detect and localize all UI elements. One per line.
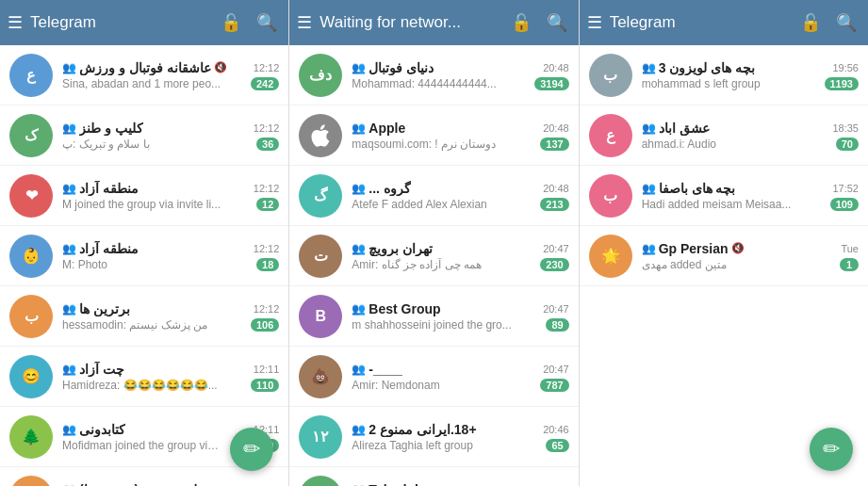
chat-item[interactable]: ک👥کلیپ و طنز12:12با سلام و تبریک :پ36 [0, 105, 288, 166]
chat-item[interactable]: دف👥دنیای فوتبال20:48Mohammad: 4444444444… [289, 45, 578, 105]
chat-preview: m shahhosseini joined the gro... [352, 318, 511, 332]
chat-content: 👥Tabadol20:46farshid joined the group vi… [352, 482, 568, 487]
group-icon: 👥 [62, 363, 76, 376]
unread-badge: 1193 [825, 77, 859, 90]
group-icon: 👥 [62, 242, 76, 255]
chat-preview: Alireza Taghia left group [352, 439, 473, 452]
chat-time: 17:52 [832, 183, 859, 194]
chat-preview: Amir: همه چی آزاده جز گناه [352, 258, 482, 271]
unread-badge: 109 [830, 198, 859, 211]
search-icon[interactable]: 🔍 [543, 8, 571, 37]
group-icon: 👥 [62, 302, 76, 316]
chat-item[interactable]: ❤👥منطقه آزاد12:12M joined the group via … [0, 166, 288, 226]
column-left: ☰Telegram🔓🔍ع👥عاشقانه فوتبال و ورزش🔇12:12… [0, 0, 289, 486]
chat-bottom-row: Sina, abadan and 1 more peo...242 [62, 77, 279, 90]
search-icon[interactable]: 🔍 [832, 8, 860, 37]
menu-icon[interactable]: ☰ [587, 12, 602, 33]
chat-item[interactable]: گ👥گروه ...20:48Atefe F added Alex Alexia… [289, 166, 578, 226]
group-icon: 👥 [352, 363, 366, 376]
chat-item[interactable]: 👥Apple20:48maqsoumi.com: ! دوستان نرم137 [289, 105, 578, 166]
chat-preview: maqsoumi.com: ! دوستان نرم [352, 138, 496, 151]
fab-button[interactable]: ✏ [810, 428, 853, 471]
chat-item[interactable]: ب👥برترین ها12:12hessamodin: من پزشک نیست… [0, 286, 288, 347]
chat-top-row: 👥بچه های باصفا17:52 [642, 181, 859, 196]
chat-bottom-row: Amir: Nemdonam787 [352, 379, 568, 392]
chat-item[interactable]: B👥Best Group20:47m shahhosseini joined t… [289, 286, 578, 347]
menu-icon[interactable]: ☰ [297, 12, 312, 33]
chat-item[interactable]: ١٢👥+18.ایرانی ممنوع 220:46Alireza Taghia… [289, 407, 578, 467]
chat-name: تهران برویچ [368, 241, 433, 256]
chat-time: 20:47 [543, 243, 569, 254]
group-icon: 👥 [62, 61, 76, 74]
chat-time: 18:35 [832, 122, 859, 134]
chat-content: 👥برترین ها12:12hessamodin: من پزشک نیستم… [62, 301, 279, 332]
chat-item[interactable]: ت👥تهران برویچ20:47Amir: همه چی آزاده جز … [289, 226, 578, 286]
chat-preview: hessamodin: من پزشک نیستم [62, 318, 207, 332]
chat-content: 👥دنیای فوتبال20:48Mohammad: 44444444444.… [352, 60, 568, 90]
chat-bottom-row: M: Photo18 [62, 258, 279, 271]
fab-button[interactable]: ✏ [230, 428, 273, 471]
chat-bottom-row: hessamodin: من پزشک نیستم106 [62, 318, 279, 332]
group-icon: 👥 [62, 182, 76, 195]
chat-name: عشق اباد [659, 121, 710, 136]
avatar: ب [589, 54, 632, 97]
chat-list: ب👥بچه های لویزون 319:56mohammad s left g… [580, 45, 868, 486]
menu-icon[interactable]: ☰ [8, 12, 23, 33]
chat-time: 12:12 [254, 303, 280, 315]
chat-name: دنیای فوتبال [368, 60, 434, 75]
mute-icon: 🔇 [214, 61, 227, 73]
chat-bottom-row: m shahhosseini joined the gro...89 [352, 318, 568, 332]
chat-time: 20:47 [543, 303, 569, 315]
chat-preview: Atefe F added Alex Alexian [352, 198, 486, 211]
chat-content: 👥+18.ایرانی ممنوع 220:46Alireza Taghia l… [352, 422, 568, 452]
chat-name: بچه های لویزون 3 [659, 60, 755, 75]
chat-item[interactable]: ع👥عاشقانه فوتبال و ورزش🔇12:12Sina, abada… [0, 45, 288, 105]
chat-time: 19:56 [832, 62, 859, 73]
chat-preview: ahmad.i: Audio [642, 138, 716, 151]
unread-badge: 110 [251, 379, 279, 392]
chat-item[interactable]: ب👥بچه های باصفا17:52Hadi added meisam Me… [580, 166, 868, 226]
chat-content: 👥گروه ...20:48Atefe F added Alex Alexian… [352, 181, 568, 211]
chat-time: 20:48 [543, 62, 569, 73]
chat-name: طنز و خنده (برترین ها) [79, 482, 204, 487]
avatar: ب [589, 174, 632, 218]
group-icon: 👥 [62, 483, 76, 487]
search-icon[interactable]: 🔍 [253, 8, 281, 37]
group-icon: 👥 [642, 242, 656, 255]
chat-top-row: 👥عشق اباد18:35 [642, 121, 859, 136]
chat-name: Gp Persian [659, 241, 729, 256]
chat-content: 👥منطقه آزاد12:12M: Photo18 [62, 241, 279, 271]
unread-badge: 1 [840, 258, 859, 271]
chat-item[interactable]: 🌟👥Gp Persian🔇Tueمتین added مهدی1 [580, 226, 868, 286]
chat-item[interactable]: 👶👥منطقه آزاد12:12M: Photo18 [0, 226, 288, 286]
chat-bottom-row: Mohammad: 44444444444...3194 [352, 77, 568, 90]
chat-name: منطقه آزاد [79, 181, 139, 196]
chat-item[interactable]: 😊👥چت آزاد12:11Hamidreza: 😂😂😂😂😂😂...110 [0, 347, 288, 407]
chat-content: 👥عاشقانه فوتبال و ورزش🔇12:12Sina, abadan… [62, 60, 279, 90]
chat-preview: Hamidreza: 😂😂😂😂😂😂... [62, 379, 218, 392]
chat-item[interactable]: ع👥عشق اباد18:35ahmad.i: Audio70 [580, 105, 868, 166]
chat-top-row: 👥چت آزاد12:11 [62, 362, 279, 377]
lock-icon[interactable]: 🔓 [217, 8, 245, 37]
chat-preview: Hadi added meisam Meisaa... [642, 198, 792, 211]
chat-item[interactable]: T👥Tabadol20:46farshid joined the group v… [289, 467, 578, 486]
avatar: 🌲 [9, 415, 53, 459]
chat-content: 👥بچه های باصفا17:52Hadi added meisam Mei… [642, 181, 859, 211]
lock-icon[interactable]: 🔓 [507, 8, 535, 37]
unread-badge: 12 [256, 198, 279, 211]
chat-item[interactable]: ب👥بچه های لویزون 319:56mohammad s left g… [580, 45, 868, 105]
chat-item[interactable]: 💩👥____-20:47Amir: Nemdonam787 [289, 347, 578, 407]
chat-time: 20:48 [543, 183, 569, 194]
unread-badge: 213 [540, 198, 568, 211]
column-middle: ☰Waiting for networ...🔓🔍دف👥دنیای فوتبال2… [289, 0, 579, 486]
chat-content: 👥طنز و خنده (برترین ها)Meysam joined the… [62, 482, 279, 487]
chat-name: بچه های باصفا [659, 181, 736, 196]
group-icon: 👥 [642, 122, 656, 135]
chat-name: کتابدونی [79, 422, 125, 437]
column-right: ☰Telegram🔓🔍ب👥بچه های لویزون 319:56mohamm… [580, 0, 868, 486]
chat-top-row: 👥برترین ها12:12 [62, 301, 279, 316]
chat-preview: Mohammad: 44444444444... [352, 77, 496, 90]
avatar: 😊 [9, 355, 53, 398]
avatar: گ [299, 174, 342, 218]
lock-icon[interactable]: 🔓 [796, 8, 825, 37]
